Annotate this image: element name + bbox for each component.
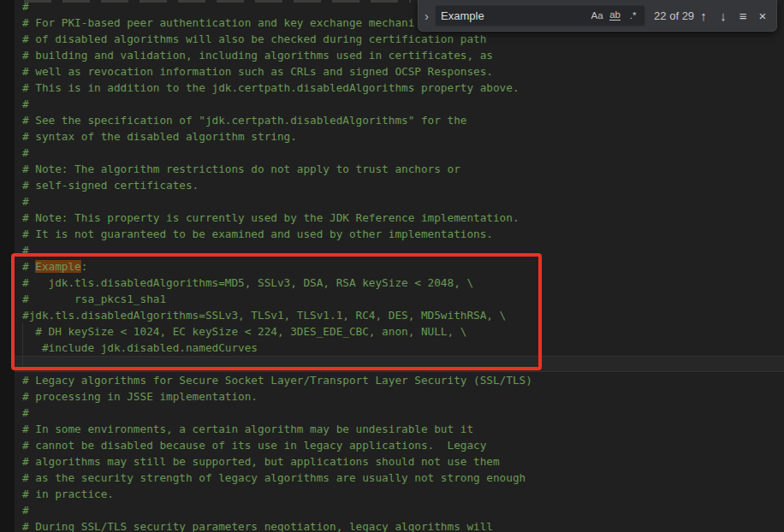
code-line[interactable]: # processing in JSSE implementation. [15,388,784,405]
code-line[interactable]: # In some environments, a certain algori… [15,421,784,437]
code-line[interactable]: # See the specification of "jdk.certpath… [15,112,784,128]
code-line[interactable]: # building and validation, including alg… [15,47,784,63]
match-case-icon: Aa [591,10,603,21]
code-line[interactable]: # DH keySize < 1024, EC keySize < 224, 3… [15,323,784,340]
find-input-box[interactable]: Aa ab .* [435,5,645,27]
code-line[interactable]: # self-signed certificates. [15,177,784,193]
code-line[interactable]: # Legacy algorithms for Secure Socket La… [15,372,784,388]
code-line[interactable]: # cannot be disabled because of its use … [15,437,784,453]
code-line[interactable]: #jdk.tls.disabledAlgorithms=SSLv3, TLSv1… [15,307,784,323]
match-case-toggle[interactable]: Aa [588,7,606,24]
code-line[interactable]: # [15,145,784,161]
code-line[interactable]: # Example: [15,258,784,275]
search-match-highlight: Example [35,260,80,273]
code-line[interactable]: # It is not guaranteed to be examined an… [15,226,784,242]
code-line[interactable]: # During SSL/TLS security parameters neg… [15,518,784,532]
find-widget: › Aa ab .* 22 of 29 ↑ ↓ ≡ × [418,0,777,32]
code-line[interactable]: #include jdk.disabled.namedCurves [15,340,784,356]
selection-lines-icon: ≡ [739,9,747,23]
find-input[interactable] [441,9,588,22]
code-line[interactable]: # as the security strength of legacy alg… [15,470,784,486]
code-line[interactable]: # [15,502,784,518]
expand-replace-chevron-icon[interactable]: › [419,0,435,32]
code-line[interactable] [15,356,784,372]
code-line[interactable]: # [15,405,784,421]
code-line[interactable]: # of disabled algorithms will also be ch… [15,31,784,47]
find-in-selection-button[interactable]: ≡ [734,6,752,26]
next-match-button[interactable]: ↓ [714,6,733,26]
code-line[interactable]: # jdk.tls.disabledAlgorithms=MD5, SSLv3,… [15,275,784,291]
previous-match-button[interactable]: ↑ [694,6,713,26]
regex-icon: .* [630,10,637,21]
regex-toggle[interactable]: .* [624,7,642,24]
code-line[interactable]: # well as revocation information such as… [15,63,784,80]
indent-guide [22,323,23,371]
result-count: 22 of 29 [654,9,694,22]
code-lines[interactable]: ## For PKI-based peer authentication and… [15,0,784,532]
close-button[interactable]: × [753,6,772,26]
editor-gutter [0,0,15,532]
code-line[interactable]: # in practice. [15,486,784,502]
arrow-down-icon: ↓ [720,9,727,23]
code-line[interactable]: # Note: The algorithm restrictions do no… [15,161,784,177]
code-line[interactable]: # rsa_pkcs1_sha1 [15,291,784,307]
editor-window: ## For PKI-based peer authentication and… [0,0,784,532]
code-line[interactable]: # [15,96,784,112]
close-icon: × [759,9,767,23]
whole-word-icon: ab [609,10,621,21]
arrow-up-icon: ↑ [700,9,707,23]
code-line[interactable]: # algorithms may still be supported, but… [15,453,784,470]
whole-word-toggle[interactable]: ab [606,7,624,24]
code-line[interactable]: # syntax of the disabled algorithm strin… [15,128,784,145]
code-line[interactable]: # [15,242,784,258]
code-line[interactable]: # Note: This property is currently used … [15,210,784,226]
code-line[interactable]: # This is in addition to the jdk.certpat… [15,80,784,96]
code-line[interactable]: # [15,193,784,210]
